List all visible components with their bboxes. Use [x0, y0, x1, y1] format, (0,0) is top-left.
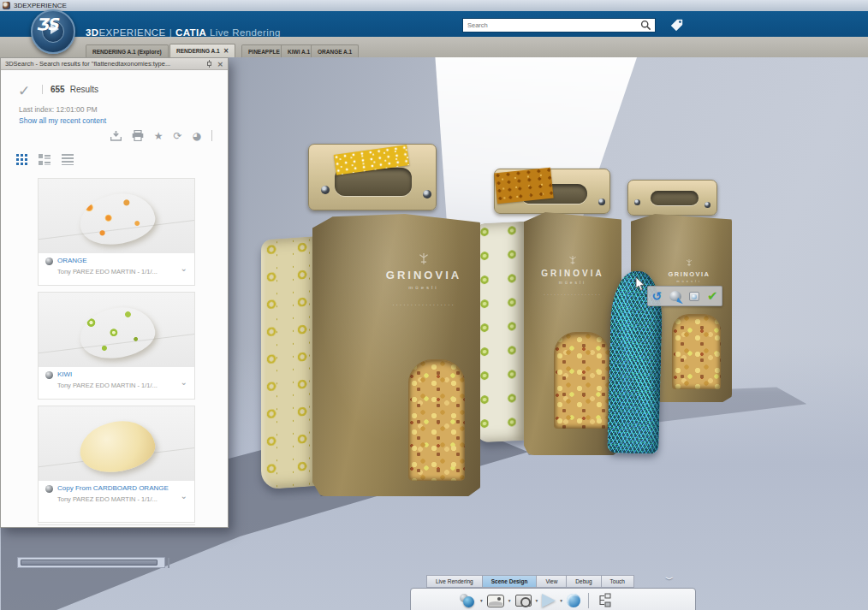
view-mode-toggles — [16, 154, 74, 165]
material-sphere-icon — [45, 371, 53, 379]
result-thumbnail — [39, 179, 194, 253]
result-card-kiwi[interactable]: KIWI Tony PAREZ EDO MARTIN - 1/1/... ⌄ — [38, 292, 195, 400]
results-toolbar: ★ ⟳ ◕ — [110, 130, 212, 141]
list-view-icon[interactable] — [62, 154, 74, 165]
light-icon[interactable] — [542, 594, 556, 607]
camera-icon[interactable] — [515, 595, 532, 607]
bag-model-middle[interactable]: GRINOVIA müesli ················· — [473, 167, 620, 462]
panel-title: 3DSearch - Search results for "flattened… — [5, 60, 170, 68]
dropdown-arrow-icon[interactable]: ▾ — [536, 598, 538, 603]
actionbar-collapse-chevron-icon[interactable]: ﹀ — [661, 575, 678, 586]
pin-panel-icon[interactable] — [205, 60, 213, 68]
rivet — [634, 199, 640, 205]
lens-sphere-icon[interactable] — [567, 594, 580, 607]
thumbnail-list-view-icon[interactable] — [39, 154, 51, 165]
material-properties-icon[interactable] — [689, 292, 699, 301]
dropdown-arrow-icon[interactable]: ▾ — [508, 598, 511, 603]
apply-material-icon[interactable] — [669, 291, 681, 301]
bag-front-face[interactable]: GRINOVIA müesli ················· — [312, 214, 480, 496]
scrollbar-thumb[interactable] — [21, 560, 158, 566]
action-bar-tabs: Live Rendering Scene Design View Debug T… — [426, 575, 634, 588]
brand-leaf-icon — [568, 256, 578, 265]
actionbar-tab-touch[interactable]: Touch — [601, 575, 634, 588]
toolbar-separator — [588, 593, 589, 608]
results-check-icon: ✓ — [18, 82, 30, 99]
3dsearch-results-panel: 3DSearch - Search results for "flattened… — [0, 57, 229, 528]
materials-icon[interactable] — [459, 594, 476, 607]
handle-cutout — [651, 191, 699, 205]
result-card-copy-cardboard-orange[interactable]: Copy From CARDBOARD ORANGE Tony PAREZ ED… — [38, 406, 195, 523]
package-brand-sub: müesli — [655, 279, 723, 283]
bag-handle — [627, 180, 717, 216]
search-input[interactable] — [463, 21, 640, 29]
chevron-down-icon[interactable]: ⌄ — [181, 264, 187, 273]
close-panel-icon[interactable]: × — [217, 60, 223, 68]
dropdown-arrow-icon[interactable]: ▾ — [480, 598, 483, 603]
bag-front-face[interactable]: GRINOVIA müesli ················· — [524, 212, 621, 455]
app-subname: Live Rendering — [210, 27, 281, 38]
result-owner: Tony PAREZ EDO MARTIN - 1/1/... — [57, 495, 189, 503]
tab-rendering-explore[interactable]: RENDERING A.1 (Explore) — [86, 44, 169, 57]
chevron-down-icon[interactable]: ⌄ — [181, 491, 187, 500]
favorite-star-icon[interactable]: ★ — [154, 131, 163, 141]
result-thumbnail — [39, 406, 194, 481]
bag-side-gusset-kiwi[interactable] — [476, 221, 529, 442]
actionbar-tab-view[interactable]: View — [536, 575, 566, 588]
tab-label: Scene Design — [491, 578, 528, 584]
show-recent-content-link[interactable]: Show all my recent content — [19, 116, 106, 125]
rivet — [598, 198, 605, 205]
result-title[interactable]: KIWI — [57, 370, 72, 379]
refresh-icon[interactable]: ⟳ — [173, 131, 181, 141]
results-label: Results — [70, 85, 98, 94]
download-icon[interactable] — [110, 131, 122, 141]
result-owner: Tony PAREZ EDO MARTIN - 1/1/... — [57, 382, 189, 389]
environment-icon[interactable] — [487, 595, 504, 607]
tab-label: View — [545, 578, 557, 584]
dropdown-arrow-icon[interactable]: ▾ — [560, 598, 562, 603]
brand-experience: EXPERIENCE — [99, 27, 166, 38]
actionbar-tab-live-rendering[interactable]: Live Rendering — [426, 575, 482, 588]
horizontal-scrollbar[interactable] — [17, 557, 165, 568]
tab-label: Debug — [575, 578, 592, 584]
result-meta: KIWI Tony PAREZ EDO MARTIN - 1/1/... ⌄ — [39, 367, 194, 394]
search-icon[interactable] — [640, 20, 651, 31]
result-title[interactable]: Copy From CARDBOARD ORANGE — [57, 484, 169, 493]
window-title: 3DEXPERIENCE — [14, 2, 67, 9]
brand-leaf-icon — [417, 253, 431, 265]
actionbar-tab-scene-design[interactable]: Scene Design — [482, 575, 537, 588]
tag-icon[interactable] — [669, 18, 685, 32]
tab-orange[interactable]: ORANGE A.1 — [311, 44, 359, 57]
result-meta: ORANGE Tony PAREZ EDO MARTIN - 1/1/... ⌄ — [39, 253, 194, 281]
toolbar-separator — [211, 130, 212, 141]
package-dots: ················· — [364, 302, 484, 308]
bag-model-front[interactable]: GRINOVIA müesli ················· — [259, 142, 482, 497]
orange-material-preview — [76, 188, 159, 250]
tab-close-icon[interactable]: × — [223, 47, 229, 55]
chevron-down-icon[interactable]: ⌄ — [181, 377, 187, 387]
grid-view-icon[interactable] — [16, 154, 27, 165]
tab-label: RENDERING A.1 (Explore) — [92, 49, 162, 55]
package-dots: ················· — [534, 292, 611, 297]
result-title[interactable]: ORANGE — [57, 257, 87, 265]
actionbar-tab-debug[interactable]: Debug — [566, 575, 600, 588]
undo-icon[interactable]: ↺ — [651, 290, 662, 302]
dassault-3ds-logo: ƷS — [36, 15, 56, 33]
history-pie-icon[interactable]: ◕ — [193, 131, 201, 141]
panel-titlebar[interactable]: 3DSearch - Search results for "flattened… — [1, 58, 228, 70]
scrollbar-resize-handle[interactable] — [168, 558, 169, 568]
material-sphere-icon — [45, 485, 53, 493]
app-name: CATIA — [175, 27, 206, 38]
scene-graph-icon[interactable] — [597, 593, 612, 608]
tab-rendering-active[interactable]: RENDERING A.1 × — [169, 44, 235, 57]
window-titlebar[interactable]: 3DEXPERIENCE — [0, 0, 868, 11]
material-sphere-icon — [45, 258, 53, 265]
package-branding: GRINOVIA müesli ················· — [364, 253, 484, 308]
print-icon[interactable] — [132, 130, 144, 141]
result-card-orange[interactable]: ORANGE Tony PAREZ EDO MARTIN - 1/1/... ⌄ — [38, 178, 195, 286]
app-title: 3DEXPERIENCE|CATIA Live Rendering — [86, 27, 281, 38]
confirm-check-icon[interactable]: ✔ — [707, 290, 718, 303]
package-brand-name: GRINOVIA — [364, 269, 484, 281]
kiwi-material-preview — [76, 302, 159, 364]
result-thumbnail — [39, 293, 194, 367]
global-search[interactable] — [462, 18, 656, 33]
